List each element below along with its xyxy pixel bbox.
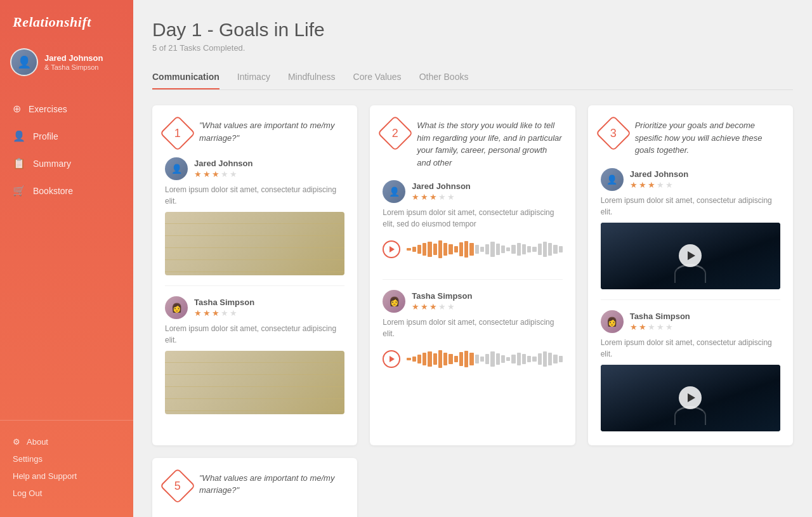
- task-card: 3Prioritize your goals and become spesif…: [588, 105, 793, 445]
- sidebar-item-profile[interactable]: 👤 Profile: [0, 122, 133, 150]
- filled-star: ★: [421, 302, 428, 311]
- audio-player: [383, 235, 562, 264]
- avatar: 👤: [601, 168, 624, 191]
- sidebar-logout[interactable]: Log Out: [13, 485, 121, 502]
- tab-other-books[interactable]: Other Books: [419, 68, 469, 89]
- empty-star: ★: [438, 192, 446, 202]
- task-card: 2What is the story you would like to tel…: [370, 105, 575, 445]
- play-button[interactable]: [383, 350, 400, 368]
- sidebar-settings[interactable]: Settings: [13, 450, 121, 468]
- star-rating: ★★★★★: [412, 302, 472, 311]
- filled-star: ★: [421, 192, 428, 202]
- filled-star: ★: [429, 302, 437, 311]
- task-question: "What values are important to me/my marr…: [199, 119, 344, 144]
- play-icon: [390, 356, 395, 362]
- avatar: 👩: [165, 296, 188, 319]
- sidebar-help[interactable]: Help and Support: [13, 468, 121, 485]
- empty-star: ★: [230, 308, 237, 318]
- filled-star: ★: [429, 192, 437, 202]
- empty-star: ★: [438, 302, 446, 311]
- user-name: Jared Johnson: [194, 159, 252, 168]
- entry-text: Lorem ipsum dolor sit amet, consectetur …: [383, 207, 562, 230]
- logout-label: Log Out: [13, 488, 42, 498]
- avatar: 👤: [165, 157, 188, 180]
- tab-intimacy[interactable]: Intimacy: [237, 68, 270, 89]
- filled-star: ★: [194, 169, 202, 179]
- video-thumbnail[interactable]: [601, 223, 780, 289]
- summary-icon: 📋: [13, 157, 25, 169]
- user-info: 👩Tasha Simpson★★★★★: [165, 296, 344, 319]
- filled-star: ★: [203, 169, 211, 179]
- tasks-grid: 1"What values are important to me/my mar…: [152, 105, 793, 517]
- filled-star: ★: [212, 308, 219, 318]
- filled-star: ★: [412, 192, 419, 202]
- star-rating: ★★★★★: [412, 192, 470, 202]
- page-title: Day 1 - Goals in Life: [152, 19, 793, 41]
- user-info: 👤Jared Johnson★★★★★: [383, 180, 562, 203]
- play-icon: [688, 251, 695, 260]
- tab-core-values[interactable]: Core Values: [353, 68, 402, 89]
- task-header: 1"What values are important to me/my mar…: [165, 119, 344, 146]
- sidebar-item-label: Profile: [33, 131, 58, 141]
- play-icon: [688, 393, 695, 402]
- user-info: 👤Jared Johnson★★★★★: [601, 168, 780, 191]
- task-question: What is the story you would like to tell…: [417, 119, 562, 169]
- exercises-icon: ⊕: [13, 103, 21, 115]
- video-overlay: [601, 365, 780, 431]
- empty-star: ★: [665, 180, 673, 190]
- empty-star: ★: [657, 180, 664, 190]
- profile-icon: 👤: [13, 130, 25, 142]
- user-profile: 👤 Jared Johnson & Tasha Simpson: [0, 42, 133, 89]
- empty-star: ★: [657, 322, 664, 332]
- task-question: "What values are important to me/my marr…: [199, 472, 344, 497]
- sidebar-item-bookstore[interactable]: 🛒 Bookstore: [0, 177, 133, 204]
- empty-star: ★: [230, 169, 237, 179]
- empty-star: ★: [447, 302, 455, 311]
- filled-star: ★: [630, 180, 638, 190]
- empty-star: ★: [648, 322, 655, 332]
- play-button[interactable]: [383, 240, 400, 258]
- main-nav: ⊕ Exercises 👤 Profile 📋 Summary 🛒 Bookst…: [0, 89, 133, 420]
- user-entry: 👤Jared Johnson★★★★★Lorem ipsum dolor sit…: [383, 180, 562, 280]
- user-info: 👩Tasha Simpson★★★★★: [383, 290, 562, 313]
- user-partner: & Tasha Simpson: [44, 63, 103, 71]
- empty-star: ★: [665, 322, 673, 332]
- filled-star: ★: [412, 302, 419, 311]
- page-subtitle: 5 of 21 Tasks Completed.: [152, 43, 793, 53]
- sidebar-about[interactable]: ⚙ About: [13, 433, 121, 450]
- star-rating: ★★★★★: [194, 308, 254, 318]
- filled-star: ★: [194, 308, 202, 318]
- user-entry: 👩Tasha Simpson★★★★★Lorem ipsum dolor sit…: [601, 310, 780, 431]
- star-rating: ★★★★★: [630, 322, 690, 332]
- user-entry: 👤Jared Johnson★★★★★Lorem ipsum dolor sit…: [165, 157, 344, 286]
- gear-icon: ⚙: [13, 437, 20, 447]
- sidebar-item-label: Exercises: [29, 104, 67, 114]
- bookstore-icon: 🛒: [13, 185, 25, 197]
- tab-mindfulness[interactable]: Mindfulness: [288, 68, 336, 89]
- avatar: 👤: [383, 180, 405, 203]
- task-header: 3Prioritize your goals and become spesif…: [601, 119, 780, 157]
- video-thumbnail[interactable]: [601, 365, 780, 431]
- main-content: Day 1 - Goals in Life 5 of 21 Tasks Comp…: [133, 0, 812, 517]
- task-card: 5"What values are important to me/my mar…: [152, 458, 357, 518]
- empty-star: ★: [221, 308, 228, 318]
- video-play-button[interactable]: [679, 386, 702, 409]
- user-name: Jared Johnson: [412, 181, 470, 191]
- user-info: 👤Jared Johnson★★★★★: [165, 157, 344, 180]
- user-entry: 👩Tasha Simpson★★★★★Lorem ipsum dolor sit…: [165, 296, 344, 414]
- filled-star: ★: [630, 322, 638, 332]
- task-question: Prioritize your goals and become spesifi…: [635, 119, 780, 157]
- user-info: 👩Tasha Simpson★★★★★: [601, 310, 780, 333]
- sidebar-bottom: ⚙ About Settings Help and Support Log Ou…: [0, 420, 133, 517]
- sidebar-item-exercises[interactable]: ⊕ Exercises: [0, 95, 133, 122]
- video-play-button[interactable]: [679, 244, 702, 267]
- empty-star: ★: [221, 169, 228, 179]
- user-name: Tasha Simpson: [412, 291, 472, 301]
- filled-star: ★: [212, 169, 219, 179]
- play-icon: [390, 246, 395, 252]
- user-name: Tasha Simpson: [194, 298, 254, 307]
- tab-communication[interactable]: Communication: [152, 68, 219, 89]
- sidebar-item-summary[interactable]: 📋 Summary: [0, 150, 133, 177]
- sidebar-item-label: Bookstore: [33, 186, 73, 196]
- entry-image: [165, 212, 344, 275]
